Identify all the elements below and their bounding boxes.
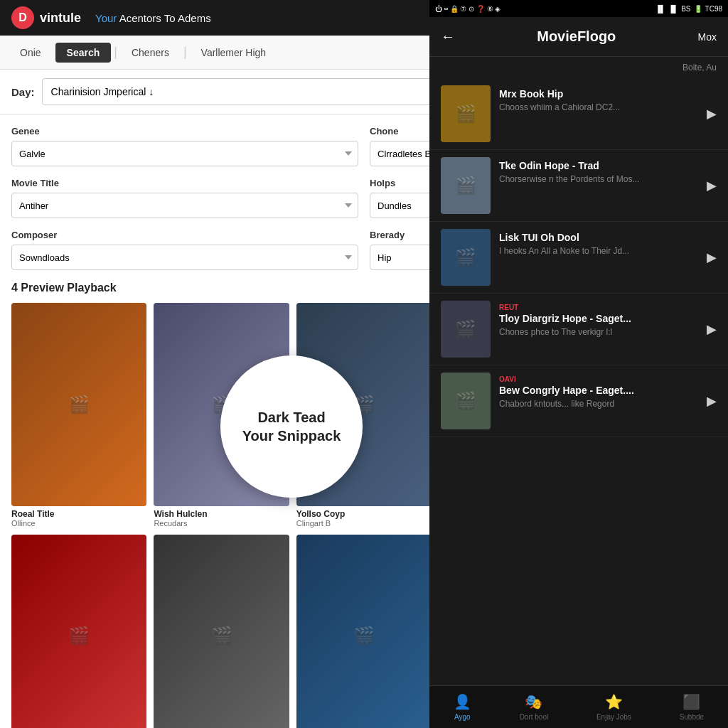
composer-label: Composer [11, 230, 358, 240]
mobile-list-item[interactable]: 🎬OAVIBew Congrly Hape - Eaget....Chabord… [429, 365, 728, 437]
mobile-bottom-nav: 👤 Aygo 🎭 Dort bool ⭐ Enjay Jobs ⬛ Subbde [429, 685, 728, 728]
mobile-item-title: Lisk TUI Oh Dool [499, 232, 698, 243]
mobile-item-thumbnail: 🎬 [441, 229, 491, 286]
preview-item[interactable]: 🎬Which Sams...Shanorv B [11, 535, 146, 728]
mobile-header: ← MovieFlogo Mox [429, 17, 728, 57]
mobile-list-item[interactable]: 🎬Mrx Book HipChooss whiim a Cahioral DC2… [429, 78, 728, 150]
preview-thumbnail: 🎬 [11, 535, 146, 728]
mobile-app-title: MovieFlogo [466, 28, 687, 45]
mobile-play-button[interactable]: ▶ [707, 321, 717, 337]
movie-title-filter: Movie Title Antiher [11, 178, 358, 218]
mobile-nav-aygo[interactable]: 👤 Aygo [454, 693, 471, 721]
signal-icons: ▐▌ ▐▌ BS 🔋 TC98 [655, 5, 722, 13]
mobile-nav-dort[interactable]: 🎭 Dort bool [520, 693, 549, 721]
subnav-divider-2: | [183, 45, 187, 60]
subnav-onie[interactable]: Onie [9, 43, 53, 63]
movie-title-label: Movie Title [11, 178, 358, 188]
preview-thumbnail: 🎬 [11, 303, 146, 506]
mobile-item-content: Lisk TUI Oh DoolI heoks An All a Noke to… [499, 229, 698, 256]
logo-icon: D [11, 6, 34, 29]
mobile-nav-subbde[interactable]: ⬛ Subbde [680, 693, 704, 721]
mobile-nav-dort-label: Dort bool [520, 713, 549, 721]
mobile-item-thumbnail: 🎬 [441, 157, 491, 214]
mobile-item-subtitle: I heoks An All a Noke to Their Jd... [499, 246, 698, 256]
mobile-item-subtitle: Chabord kntouts... like Regord [499, 399, 698, 409]
genee-label: Genee [11, 126, 358, 136]
mobile-nav-aygo-label: Aygo [454, 713, 471, 721]
circle-tooltip-text: Dark Tead Your Snippack [242, 408, 341, 445]
mobile-play-button[interactable]: ▶ [707, 250, 717, 265]
mobile-list: Boite, Au 🎬Mrx Book HipChooss whiim a Ca… [429, 57, 728, 685]
preview-thumbnail: 🎬 [154, 535, 289, 728]
mobile-item-content: REUTTloy Diargriz Hope - Saget...Chones … [499, 301, 698, 337]
mobile-list-header: Boite, Au [429, 57, 728, 78]
preview-item[interactable]: 🎬Smilif, Wiho ...Hairl [154, 535, 289, 728]
preview-item[interactable]: 🎬Whire Scries.Vainard [296, 535, 432, 728]
day-label: Day: [11, 86, 35, 98]
status-icons: ⏻ ▭ 🔒 ⑦ ⊙ ❓ ⑧ ◈ [435, 5, 500, 13]
mobile-item-thumbnail: 🎬 [441, 85, 491, 142]
preview-item-subtitle: Clingart B [296, 519, 432, 528]
subnav-cheners[interactable]: Cheners [120, 43, 181, 63]
preview-item-title: Wish Hulclen [154, 509, 289, 519]
mobile-nav-aygo-icon: 👤 [454, 693, 471, 710]
mobile-nav-enjay-label: Enjay Jobs [596, 713, 631, 721]
mobile-item-badge: REUT [499, 304, 698, 311]
movie-title-select[interactable]: Antiher [11, 193, 358, 218]
mobile-item-thumbnail: 🎬 [441, 373, 491, 429]
mobile-item-content: Mrx Book HipChooss whiim a Cahioral DC2.… [499, 85, 698, 112]
mobile-play-button[interactable]: ▶ [707, 393, 717, 409]
composer-select[interactable]: Sowndloads [11, 245, 358, 270]
app-name: vintule [40, 11, 81, 26]
preview-item-subtitle: Ollince [11, 519, 146, 528]
preview-item-subtitle: Recudars [154, 519, 289, 528]
mobile-item-subtitle: Chooss whiim a Cahioral DC2... [499, 102, 698, 112]
mobile-item-subtitle: Chones phce to The verkigr l:l [499, 327, 698, 337]
mobile-play-button[interactable]: ▶ [707, 106, 717, 122]
mobile-item-thumbnail: 🎬 [441, 301, 491, 358]
mobile-app-overlay: ⏻ ▭ 🔒 ⑦ ⊙ ❓ ⑧ ◈ ▐▌ ▐▌ BS 🔋 TC98 ← MovieF… [429, 0, 728, 728]
genee-filter: Genee Galvle [11, 126, 358, 166]
preview-thumbnail: 🎬 [296, 535, 432, 728]
mobile-item-title: Mrx Book Hip [499, 88, 698, 100]
subnav-varllemer[interactable]: Varllemer High [190, 43, 278, 63]
mobile-list-item[interactable]: 🎬REUTTloy Diargriz Hope - Saget...Chones… [429, 294, 728, 365]
preview-item-title: Yollso Coyp [296, 509, 432, 519]
logo-area: D vintule [11, 6, 81, 29]
mobile-back-button[interactable]: ← [441, 28, 455, 45]
genee-select[interactable]: Galvle [11, 141, 358, 166]
mobile-nav-subbde-icon: ⬛ [682, 693, 700, 710]
mobile-list-item[interactable]: 🎬Tke Odin Hope - TradChorserwise n the P… [429, 150, 728, 222]
mobile-item-subtitle: Chorserwise n the Pordents of Mos... [499, 174, 698, 184]
mobile-item-title: Tke Odin Hope - Trad [499, 160, 698, 171]
mobile-more-button[interactable]: Mox [698, 31, 717, 43]
circle-tooltip: Dark Tead Your Snippack [220, 355, 363, 498]
mobile-nav-subbde-label: Subbde [680, 713, 704, 721]
mobile-nav-enjay-icon: ⭐ [605, 693, 623, 710]
subnav-search[interactable]: Search [55, 43, 112, 63]
mobile-nav-dort-icon: 🎭 [525, 693, 542, 710]
mobile-item-content: Tke Odin Hope - TradChorserwise n the Po… [499, 157, 698, 184]
subnav-divider-1: | [114, 45, 117, 60]
mobile-item-content: OAVIBew Congrly Hape - Eaget....Chabord … [499, 373, 698, 409]
mobile-list-items: 🎬Mrx Book HipChooss whiim a Cahioral DC2… [429, 78, 728, 437]
mobile-nav-enjay[interactable]: ⭐ Enjay Jobs [596, 693, 631, 721]
tagline: Your Acentors To Adems [95, 12, 211, 24]
mobile-item-badge: OAVI [499, 375, 698, 383]
mobile-play-button[interactable]: ▶ [707, 178, 717, 193]
mobile-list-item[interactable]: 🎬Lisk TUI Oh DoolI heoks An All a Noke t… [429, 222, 728, 294]
composer-filter: Composer Sowndloads [11, 230, 358, 270]
mobile-item-title: Tloy Diargriz Hope - Saget... [499, 313, 698, 324]
preview-item-title: Roeal Title [11, 509, 146, 519]
preview-item[interactable]: 🎬Roeal TitleOllince [11, 303, 146, 528]
mobile-item-title: Bew Congrly Hape - Eaget.... [499, 385, 698, 396]
mobile-status-bar: ⏻ ▭ 🔒 ⑦ ⊙ ❓ ⑧ ◈ ▐▌ ▐▌ BS 🔋 TC98 [429, 0, 728, 17]
